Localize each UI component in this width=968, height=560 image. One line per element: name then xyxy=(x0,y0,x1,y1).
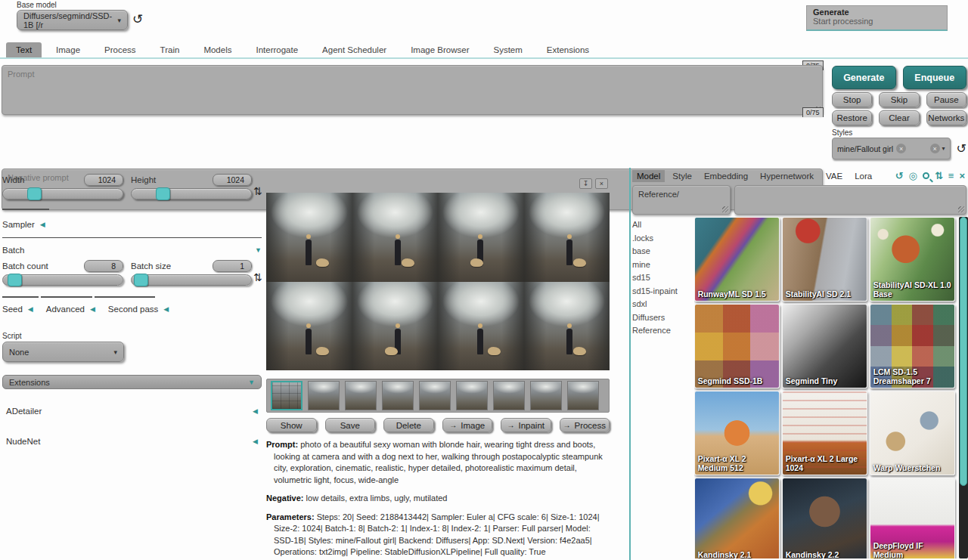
networks-resize-icon[interactable]: ⇅ xyxy=(935,171,943,181)
batch-size-value[interactable]: 1 xyxy=(213,260,252,272)
networks-view-icon[interactable]: ≡ xyxy=(948,171,954,181)
clear-button[interactable]: Clear xyxy=(879,110,919,125)
model-card[interactable]: Warp Wuerstchen xyxy=(870,391,955,475)
networks-refresh-icon[interactable]: ↺ xyxy=(895,171,904,181)
model-card[interactable]: Pixart-α XL 2 Medium 512 xyxy=(694,391,780,475)
model-card[interactable]: StabilityAI SD-XL 1.0 Base xyxy=(870,217,955,302)
batch-count-value[interactable]: 8 xyxy=(84,260,123,272)
width-slider[interactable] xyxy=(2,188,123,200)
restore-button[interactable]: Restore xyxy=(832,110,872,125)
thumbnail[interactable] xyxy=(456,381,488,410)
networks-close-icon[interactable]: × xyxy=(959,171,965,181)
model-card[interactable]: Kandinsky 2.2 xyxy=(782,478,867,558)
tab-image-browser[interactable]: Image Browser xyxy=(401,42,479,57)
adetailer-accordion[interactable]: ADetailer ◀ xyxy=(2,407,262,416)
styles-select[interactable]: mine/Fallout girl × × ▾ xyxy=(832,138,951,159)
nudenet-accordion[interactable]: NudeNet ◀ xyxy=(2,437,262,446)
tab-extensions[interactable]: Extensions xyxy=(537,42,599,57)
folder-diffusers[interactable]: Diffusers xyxy=(632,311,694,325)
send-to-image-button[interactable]: →Image xyxy=(442,418,493,432)
networks-tab-lora[interactable]: Lora xyxy=(850,170,876,182)
tab-process[interactable]: Process xyxy=(95,42,146,57)
networks-tab-hypernetwork[interactable]: Hypernetwork xyxy=(755,170,818,182)
folder-mine[interactable]: mine xyxy=(632,258,694,272)
base-model-refresh-icon[interactable]: ↺ xyxy=(132,11,143,27)
batch-size-slider[interactable] xyxy=(131,274,252,286)
height-slider-handle[interactable] xyxy=(156,187,170,200)
folder-sd15[interactable]: sd15 xyxy=(632,271,694,285)
folder-sdxl[interactable]: sdxl xyxy=(632,298,694,311)
folder-reference[interactable]: Reference xyxy=(632,324,694,338)
tab-agent-scheduler[interactable]: Agent Scheduler xyxy=(312,42,396,57)
height-value[interactable]: 1024 xyxy=(213,174,252,186)
tab-image[interactable]: Image xyxy=(46,42,90,57)
base-model-select[interactable]: Diffusers/segmind/SSD-1B [/r ▾ xyxy=(17,10,128,30)
model-card[interactable]: Kandinsky 2.1 xyxy=(694,478,780,558)
resize-handle-icon[interactable] xyxy=(722,206,728,212)
pause-button[interactable]: Pause xyxy=(926,92,966,107)
tab-text[interactable]: Text xyxy=(6,42,42,57)
chip-remove-icon[interactable]: × xyxy=(896,144,906,153)
tab-models[interactable]: Models xyxy=(194,42,241,57)
show-button[interactable]: Show xyxy=(266,418,317,432)
batch-size-slider-handle[interactable] xyxy=(134,274,148,286)
thumbnail-selected[interactable] xyxy=(271,381,302,410)
extensions-accordion[interactable]: Extensions ▼ xyxy=(2,375,262,389)
folder-locks[interactable]: .locks xyxy=(632,232,694,246)
folder-sd15-inpaint[interactable]: sd15-inpaint xyxy=(632,285,694,299)
batch-count-slider[interactable] xyxy=(2,274,123,286)
scrollbar-thumb[interactable] xyxy=(960,217,967,486)
tab-system[interactable]: System xyxy=(483,42,532,57)
model-card[interactable]: Segmind Tiny xyxy=(782,304,867,388)
networks-tab-style[interactable]: Style xyxy=(668,170,697,182)
prompt-input[interactable] xyxy=(8,70,817,110)
model-card[interactable]: StabilityAI SD 2.1 xyxy=(782,217,867,302)
networks-scan-icon[interactable]: ◎ xyxy=(909,171,917,181)
sampler-accordion[interactable]: Sampler ◀ xyxy=(2,219,262,230)
generated-image-grid[interactable] xyxy=(266,193,610,370)
send-to-inpaint-button[interactable]: →Inpaint xyxy=(501,418,551,432)
model-card[interactable]: Segmind SSD-1B xyxy=(694,304,780,388)
thumbnail[interactable] xyxy=(493,381,525,410)
enqueue-button[interactable]: Enqueue xyxy=(903,66,967,89)
save-button[interactable]: Save xyxy=(325,418,376,432)
seed-accordion[interactable]: Seed ◀ xyxy=(2,305,33,314)
batch-accordion[interactable]: Batch ▼ xyxy=(2,245,262,255)
thumbnail[interactable] xyxy=(382,381,414,410)
model-card[interactable]: DeepFloyd IF Medium xyxy=(870,478,955,558)
swap-batch-icon[interactable]: ⇅ xyxy=(253,271,262,283)
second-pass-accordion[interactable]: Second pass ◀ xyxy=(108,305,169,314)
thumbnail[interactable] xyxy=(567,381,599,410)
thumbnail[interactable] xyxy=(530,381,562,410)
download-image-icon[interactable]: ↧ xyxy=(579,178,592,189)
generate-button[interactable]: Generate xyxy=(832,66,896,89)
resize-handle-icon[interactable] xyxy=(958,206,964,212)
styles-clear-icon[interactable]: × xyxy=(930,144,940,153)
close-image-icon[interactable]: × xyxy=(595,178,608,189)
send-to-process-button[interactable]: →Process xyxy=(560,418,610,432)
folder-all[interactable]: All xyxy=(632,218,694,232)
skip-button[interactable]: Skip xyxy=(879,92,919,107)
thumbnail[interactable] xyxy=(345,381,377,410)
swap-dimensions-icon[interactable]: ⇅ xyxy=(253,185,262,197)
networks-tab-embedding[interactable]: Embedding xyxy=(700,170,752,182)
width-value[interactable]: 1024 xyxy=(84,174,123,186)
stop-button[interactable]: Stop xyxy=(832,92,872,107)
model-card[interactable]: RunwayML SD 1.5 xyxy=(694,217,780,302)
thumbnail[interactable] xyxy=(419,381,451,410)
batch-count-slider-handle[interactable] xyxy=(8,274,22,286)
networks-search-input[interactable]: Reference/ xyxy=(638,190,724,210)
delete-button[interactable]: Delete xyxy=(383,418,434,432)
tab-train[interactable]: Train xyxy=(150,42,190,57)
model-card[interactable]: Pixart-α XL 2 Large 1024 xyxy=(782,391,867,475)
search-icon[interactable] xyxy=(923,172,929,179)
networks-description-input[interactable] xyxy=(740,190,960,210)
styles-refresh-icon[interactable]: ↺ xyxy=(957,141,966,156)
advanced-accordion[interactable]: Advanced ◀ xyxy=(46,305,95,314)
width-slider-handle[interactable] xyxy=(27,187,42,200)
script-select[interactable]: None ▾ xyxy=(2,342,124,362)
folder-base[interactable]: base xyxy=(632,245,694,258)
height-slider[interactable] xyxy=(131,188,252,200)
networks-tab-vae[interactable]: VAE xyxy=(821,170,847,182)
networks-scrollbar[interactable] xyxy=(959,217,968,558)
